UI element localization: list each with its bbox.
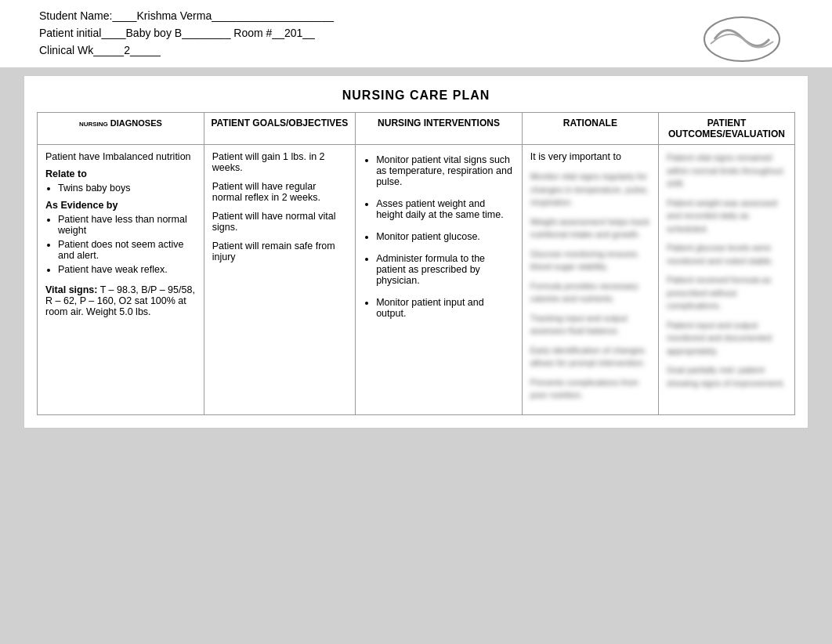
footer	[0, 436, 832, 468]
goals-cell: Patient will gain 1 lbs. in 2 weeks. Pat…	[204, 145, 355, 415]
list-item: Patient have less than normal weight	[58, 214, 196, 236]
clinical-wk-line: Clinical Wk_____2_____	[39, 44, 793, 56]
th-outcomes: PATIENT OUTCOMES/EVALUATION	[658, 113, 794, 145]
evidence-label: As Evidence by	[45, 200, 196, 211]
list-item: Monitor patient input and output.	[376, 297, 514, 319]
plan-title: NURSING CARE PLAN	[37, 89, 795, 103]
outcomes-blurred: Patient vital signs remained within norm…	[667, 151, 787, 389]
list-item: Asses patient weight and height daily at…	[376, 198, 514, 220]
clinical-label: Clinical Wk_____	[39, 44, 124, 56]
clinical-value: 2	[124, 44, 130, 56]
student-name-label: Student Name:____	[39, 9, 137, 22]
th-goals: PATIENT GOALS/OBJECTIVES	[204, 113, 355, 145]
care-table: nursing DIAGNOSES PATIENT GOALS/OBJECTIV…	[37, 112, 795, 415]
patient-initial-underline: ________	[182, 27, 230, 39]
room-label: Room #__	[230, 27, 284, 39]
student-name-line: Student Name:____Krishma Verma__________…	[39, 9, 793, 22]
list-item: Patient does not seem active and alert.	[58, 239, 196, 261]
th-rationale: RATIONALE	[522, 113, 658, 145]
room-suffix: __	[302, 27, 315, 39]
evidence-list: Patient have less than normal weight Pat…	[58, 214, 196, 275]
rationale-blurred: Monitor vital signs regularly for change…	[530, 170, 650, 402]
logo-svg	[703, 14, 781, 65]
diagnoses-cell: Patient have Imbalanced nutrition Relate…	[38, 145, 204, 415]
goal-item-3: Patient will remain safe from injury	[212, 241, 347, 262]
list-item: Administer formula to the patient as pre…	[376, 253, 514, 286]
list-item: Monitor patient vital signs such as temp…	[376, 154, 514, 187]
outcomes-cell: Patient vital signs remained within norm…	[658, 145, 794, 415]
clinical-suffix: _____	[130, 44, 161, 56]
vitals-line: Vital signs: T – 98.3, B/P – 95/58, R – …	[45, 284, 196, 317]
main-container: NURSING CARE PLAN nursing DIAGNOSES PATI…	[24, 75, 808, 429]
patient-initial-label: Patient initial____	[39, 27, 126, 39]
room-value: 201	[284, 27, 302, 39]
patient-initial-value: Baby boy B	[126, 27, 183, 39]
relate-list: Twins baby boys	[58, 183, 196, 194]
goal-item-1: Patient will have regular normal reflex …	[212, 181, 347, 203]
student-name-value: Krishma Verma	[137, 9, 212, 22]
goal-item-0: Patient will gain 1 lbs. in 2 weeks.	[212, 151, 347, 173]
relate-label: Relate to	[45, 168, 196, 179]
diagnoses-main: Patient have Imbalanced nutrition	[45, 151, 196, 162]
student-name-underline: ____________________	[212, 9, 334, 22]
th-interventions: NURSING INTERVENTIONS	[356, 113, 523, 145]
list-item: Monitor patient glucose.	[376, 231, 514, 242]
list-item: Twins baby boys	[58, 183, 196, 194]
vitals-label: Vital signs:	[45, 284, 97, 295]
logo	[699, 8, 785, 71]
goal-item-2: Patient will have normal vital signs.	[212, 211, 347, 233]
header: Student Name:____Krishma Verma__________…	[0, 0, 832, 67]
interventions-list: Monitor patient vital signs such as temp…	[376, 154, 514, 319]
interventions-cell: Monitor patient vital signs such as temp…	[356, 145, 523, 415]
patient-initial-line: Patient initial____Baby boy B________ Ro…	[39, 27, 793, 39]
rationale-intro: It is very important to	[530, 151, 650, 162]
rationale-cell: It is very important to Monitor vital si…	[522, 145, 658, 415]
list-item: Patient have weak reflex.	[58, 264, 196, 275]
th-diagnoses: nursing DIAGNOSES	[38, 113, 204, 145]
